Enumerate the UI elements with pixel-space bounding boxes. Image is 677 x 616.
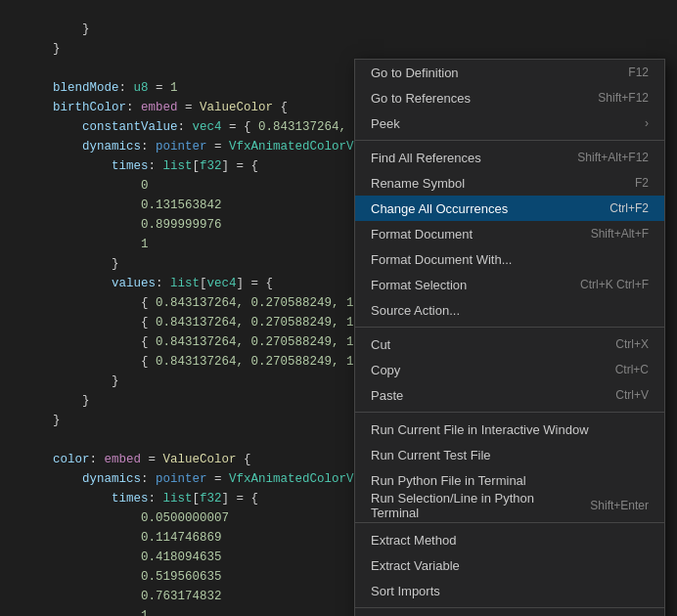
menu-item-label: Run Python File in Terminal [371, 473, 649, 488]
code-line: 1 [10, 606, 352, 616]
menu-item-extract-variable[interactable]: Extract Variable [355, 552, 664, 578]
code-line: dynamics: pointer = VfxAnimatedColorVari… [10, 137, 352, 156]
code-line: color: embed = ValueColor { [10, 450, 352, 469]
code-line: blendMode: u8 = 1 [10, 78, 352, 98]
code-line: { 0.843137264, 0.270588249, 1, 0. [10, 332, 352, 352]
context-menu: Go to DefinitionF12Go to ReferencesShift… [354, 59, 665, 616]
menu-item-label: Cut [371, 337, 592, 352]
line-content: birthColor: embed = ValueColor { [53, 98, 288, 117]
code-line: } [10, 411, 352, 430]
code-lines: }}blendMode: u8 = 1birthColor: embed = V… [0, 0, 352, 616]
line-content: { 0.843137264, 0.270588249, 1, 0. [53, 332, 384, 352]
menu-item-label: Paste [371, 388, 592, 403]
menu-item-label: Sort Imports [371, 584, 649, 598]
code-line: { 0.843137264, 0.270588249, 1, 0. [10, 313, 352, 332]
menu-item-peek[interactable]: Peek› [355, 110, 664, 136]
menu-separator [355, 522, 664, 523]
menu-item-cut[interactable]: CutCtrl+X [355, 331, 664, 357]
line-content: blendMode: u8 = 1 [53, 78, 178, 98]
code-line [10, 430, 352, 450]
line-content: values: list[vec4] = { [53, 274, 273, 293]
menu-item-run-current-file[interactable]: Run Current File in Interactive Window [355, 417, 664, 442]
menu-item-shortcut: Shift+Alt+F [591, 227, 649, 241]
line-content: } [53, 39, 61, 59]
line-content: dynamics: pointer = VfxAnimatedColorVari… [53, 469, 384, 489]
code-line: 0.418094635 [10, 548, 352, 567]
line-content: 0.131563842 [53, 196, 222, 215]
menu-item-format-document-with[interactable]: Format Document With... [355, 246, 664, 272]
menu-item-label: Run Current Test File [371, 448, 649, 462]
line-content: } [53, 254, 119, 274]
line-content: 1 [53, 606, 149, 616]
code-line: 0.763174832 [10, 587, 352, 606]
menu-item-copy[interactable]: CopyCtrl+C [355, 357, 664, 382]
menu-item-label: Run Selection/Line in Python Terminal [371, 491, 566, 520]
code-line: values: list[vec4] = { [10, 274, 352, 293]
menu-item-label: Extract Method [371, 533, 649, 548]
menu-item-shortcut: Ctrl+V [615, 388, 649, 402]
code-line [10, 59, 352, 78]
code-line: } [10, 20, 352, 39]
code-line: 0.519560635 [10, 567, 352, 587]
menu-separator [355, 412, 664, 413]
menu-item-label: Extract Variable [371, 558, 649, 573]
menu-separator [355, 140, 664, 141]
menu-item-change-all-occurrences[interactable]: Change All OccurrencesCtrl+F2 [355, 196, 664, 221]
menu-item-shortcut: Ctrl+F2 [609, 201, 649, 215]
line-content: 0.899999976 [53, 215, 222, 235]
code-line: 0 [10, 176, 352, 196]
line-content: 0.763174832 [53, 587, 222, 606]
code-line: { 0.843137264, 0.270588249, 1, 0. [10, 352, 352, 372]
line-content: { 0.843137264, 0.270588249, 1, 0. [53, 293, 384, 313]
code-line: { 0.843137264, 0.270588249, 1, 0. [10, 293, 352, 313]
menu-item-label: Find All References [371, 151, 554, 165]
code-line: birthColor: embed = ValueColor { [10, 98, 352, 117]
line-content: } [53, 372, 119, 391]
menu-item-label: Run Current File in Interactive Window [371, 422, 649, 437]
code-line: 1 [10, 235, 352, 254]
code-line: dynamics: pointer = VfxAnimatedColorVari… [10, 469, 352, 489]
line-content: 0.0500000007 [53, 508, 229, 528]
menu-item-paste[interactable]: PasteCtrl+V [355, 382, 664, 408]
code-line [10, 0, 352, 20]
menu-item-extract-method[interactable]: Extract Method [355, 527, 664, 552]
line-content: color: embed = ValueColor { [53, 450, 251, 469]
line-content: { 0.843137264, 0.270588249, 1, 0. [53, 352, 384, 372]
menu-item-run-python-file[interactable]: Run Python File in Terminal [355, 467, 664, 493]
menu-item-label: Rename Symbol [371, 176, 611, 191]
line-content: 1 [53, 235, 149, 254]
code-line: constantValue: vec4 = { 0.843137264, 0.2… [10, 117, 352, 137]
line-content: dynamics: pointer = VfxAnimatedColorVari… [53, 137, 384, 156]
menu-item-shortcut: F12 [628, 66, 649, 79]
menu-item-find-all-references[interactable]: Find All ReferencesShift+Alt+F12 [355, 145, 664, 170]
menu-item-go-to-definition[interactable]: Go to DefinitionF12 [355, 60, 664, 85]
line-content: 0.418094635 [53, 548, 222, 567]
line-content: } [53, 411, 61, 430]
menu-item-go-to-references[interactable]: Go to ReferencesShift+F12 [355, 85, 664, 110]
menu-item-run-selection[interactable]: Run Selection/Line in Python TerminalShi… [355, 493, 664, 518]
menu-separator [355, 607, 664, 608]
code-line: } [10, 254, 352, 274]
code-line: 0.0500000007 [10, 508, 352, 528]
menu-item-run-current-test[interactable]: Run Current Test File [355, 442, 664, 467]
menu-item-rename-symbol[interactable]: Rename SymbolF2 [355, 170, 664, 196]
menu-item-label: Format Selection [371, 278, 557, 292]
code-line: } [10, 39, 352, 59]
menu-item-sort-imports[interactable]: Sort Imports [355, 578, 664, 603]
line-content: { 0.843137264, 0.270588249, 1, 0. [53, 313, 384, 332]
submenu-arrow-icon: › [645, 116, 649, 130]
menu-item-source-action[interactable]: Source Action... [355, 297, 664, 323]
menu-item-shortcut: F2 [635, 176, 649, 190]
code-line: 0.131563842 [10, 196, 352, 215]
menu-item-format-selection[interactable]: Format SelectionCtrl+K Ctrl+F [355, 272, 664, 297]
code-line: } [10, 372, 352, 391]
menu-item-label: Copy [371, 363, 592, 377]
menu-item-label: Source Action... [371, 303, 649, 318]
menu-item-format-document[interactable]: Format DocumentShift+Alt+F [355, 221, 664, 246]
code-line: times: list[f32] = { [10, 489, 352, 508]
menu-item-command-palette[interactable]: Command Palette...Ctrl+Shift+P [355, 612, 664, 616]
menu-item-label: Format Document With... [371, 252, 649, 267]
menu-item-shortcut: Shift+Enter [590, 499, 649, 512]
menu-item-label: Change All Occurrences [371, 201, 586, 216]
menu-item-shortcut: Shift+Alt+F12 [577, 151, 649, 164]
